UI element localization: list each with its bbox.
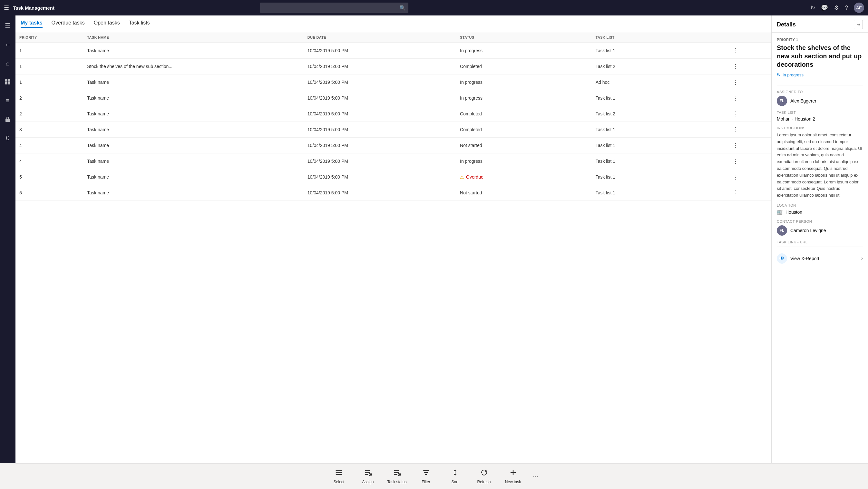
help-icon[interactable]: ?: [845, 4, 848, 11]
cell-due-date: 10/04/2019 5:00 PM: [304, 185, 456, 201]
svg-rect-13: [394, 470, 399, 471]
table-row[interactable]: 1Stock the shelves of the new sub sectio…: [16, 59, 771, 74]
details-task-list-label: Task list: [777, 111, 863, 115]
tab-overdue-tasks[interactable]: Overdue tasks: [52, 20, 85, 28]
row-menu-button[interactable]: ⋮: [731, 157, 740, 166]
svg-rect-0: [5, 79, 7, 82]
cell-task-list: Task list 1: [592, 122, 727, 137]
details-body: PRIORITY 1 Stock the shelves of the new …: [772, 33, 868, 463]
details-task-name: Stock the shelves of the new sub section…: [777, 43, 863, 69]
cell-task-list: Task list 1: [592, 185, 727, 201]
svg-rect-9: [365, 474, 368, 475]
cell-row-menu: ⋮: [727, 137, 771, 153]
chat-icon[interactable]: 💬: [821, 4, 828, 11]
cell-status: In progress: [456, 43, 592, 59]
toolbar-assign[interactable]: Assign: [353, 465, 382, 488]
table-row[interactable]: 5Task name10/04/2019 5:00 PMNot startedT…: [16, 185, 771, 201]
top-bar: ☰ Task Management 🔍 ↻ 💬 ⚙ ? AE: [0, 0, 868, 16]
cell-task-list: Task list 2: [592, 59, 727, 74]
row-menu-button[interactable]: ⋮: [731, 62, 740, 71]
row-menu-button[interactable]: ⋮: [731, 188, 740, 197]
view-xreport-label: View X-Report: [790, 256, 819, 261]
toolbar-refresh[interactable]: Refresh: [470, 465, 499, 488]
row-menu-button[interactable]: ⋮: [731, 125, 740, 134]
cell-row-menu: ⋮: [727, 106, 771, 122]
task-table-wrap: PRIORITY TASK NAME DUE DATE STATUS TASK …: [16, 32, 771, 463]
cell-row-menu: ⋮: [727, 153, 771, 169]
settings-icon[interactable]: ⚙: [834, 4, 839, 11]
col-header-due-date: DUE DATE: [304, 32, 456, 43]
row-menu-button[interactable]: ⋮: [731, 109, 740, 118]
left-sidebar: ☰ ← ⌂ ≡ 0: [0, 16, 16, 463]
task-table: PRIORITY TASK NAME DUE DATE STATUS TASK …: [16, 32, 771, 201]
details-title: Details: [777, 21, 796, 28]
cell-task-list: Task list 1: [592, 90, 727, 106]
cell-task-list: Task list 1: [592, 137, 727, 153]
cell-task-list: Task list 1: [592, 43, 727, 59]
sidebar-icon-notifications[interactable]: 0: [1, 131, 14, 145]
select-icon: [335, 469, 343, 478]
details-priority-label: PRIORITY 1: [777, 38, 863, 41]
refresh-icon[interactable]: ↻: [810, 4, 815, 11]
cell-status: Completed: [456, 122, 592, 137]
task-status-label: Task status: [387, 480, 406, 484]
details-task-link-label: Task link - URL: [777, 240, 863, 244]
cell-status: In progress: [456, 90, 592, 106]
table-row[interactable]: 1Task name10/04/2019 5:00 PMIn progressT…: [16, 43, 771, 59]
cell-priority: 1: [16, 43, 83, 59]
avatar[interactable]: AE: [854, 3, 864, 13]
table-row[interactable]: 2Task name10/04/2019 5:00 PMCompletedTas…: [16, 106, 771, 122]
bottom-toolbar: Select Assign Task status: [0, 463, 868, 489]
hamburger-icon[interactable]: ☰: [4, 4, 9, 11]
tab-my-tasks[interactable]: My tasks: [21, 20, 42, 28]
svg-rect-6: [336, 474, 342, 475]
svg-rect-8: [365, 472, 370, 473]
details-collapse-button[interactable]: ⇥: [854, 20, 863, 29]
cell-name: Task name: [83, 185, 304, 201]
toolbar-more-button[interactable]: ⋯: [528, 465, 544, 488]
table-row[interactable]: 4Task name10/04/2019 5:00 PMIn progressT…: [16, 153, 771, 169]
toolbar-select[interactable]: Select: [324, 465, 353, 488]
toolbar-filter[interactable]: Filter: [412, 465, 441, 488]
sidebar-icon-collapse[interactable]: ☰: [1, 19, 14, 32]
svg-rect-1: [8, 79, 10, 82]
row-menu-button[interactable]: ⋮: [731, 46, 740, 55]
sidebar-icon-home[interactable]: ⌂: [1, 57, 14, 70]
cell-row-menu: ⋮: [727, 122, 771, 137]
row-menu-button[interactable]: ⋮: [731, 78, 740, 87]
cell-priority: 2: [16, 106, 83, 122]
toolbar-task-status[interactable]: Task status: [382, 465, 412, 488]
details-panel: Details ⇥ PRIORITY 1 Stock the shelves o…: [771, 16, 868, 463]
tab-open-tasks[interactable]: Open tasks: [94, 20, 120, 28]
view-xreport-button[interactable]: 👁 View X-Report ›: [777, 249, 863, 265]
details-contact-label: Contact person: [777, 219, 863, 223]
sidebar-icon-grid[interactable]: [1, 75, 14, 88]
svg-rect-7: [365, 470, 370, 471]
table-row[interactable]: 4Task name10/04/2019 5:00 PMNot startedT…: [16, 137, 771, 153]
top-bar-actions: ↻ 💬 ⚙ ? AE: [810, 3, 864, 13]
table-row[interactable]: 5Task name10/04/2019 5:00 PMOverdueTask …: [16, 169, 771, 185]
table-row[interactable]: 3Task name10/04/2019 5:00 PMCompletedTas…: [16, 122, 771, 137]
sidebar-icon-back[interactable]: ←: [1, 38, 14, 51]
cell-task-list: Ad hoc: [592, 74, 727, 90]
sidebar-icon-list[interactable]: ≡: [1, 94, 14, 107]
cell-priority: 5: [16, 185, 83, 201]
row-menu-button[interactable]: ⋮: [731, 173, 740, 182]
search-input[interactable]: [260, 3, 408, 13]
cell-row-menu: ⋮: [727, 185, 771, 201]
cell-due-date: 10/04/2019 5:00 PM: [304, 90, 456, 106]
table-row[interactable]: 1Task name10/04/2019 5:00 PMIn progressA…: [16, 74, 771, 90]
row-menu-button[interactable]: ⋮: [731, 93, 740, 102]
row-menu-button[interactable]: ⋮: [731, 141, 740, 150]
tab-task-lists[interactable]: Task lists: [129, 20, 150, 28]
cell-status: Completed: [456, 106, 592, 122]
toolbar-new-task[interactable]: New task: [499, 465, 528, 488]
assign-label: Assign: [362, 480, 374, 484]
app-title: Task Management: [13, 5, 55, 11]
cell-name: Task name: [83, 122, 304, 137]
cell-due-date: 10/04/2019 5:00 PM: [304, 122, 456, 137]
table-row[interactable]: 2Task name10/04/2019 5:00 PMIn progressT…: [16, 90, 771, 106]
sidebar-icon-bag[interactable]: [1, 113, 14, 126]
svg-rect-4: [336, 470, 342, 471]
toolbar-sort[interactable]: Sort: [441, 465, 470, 488]
